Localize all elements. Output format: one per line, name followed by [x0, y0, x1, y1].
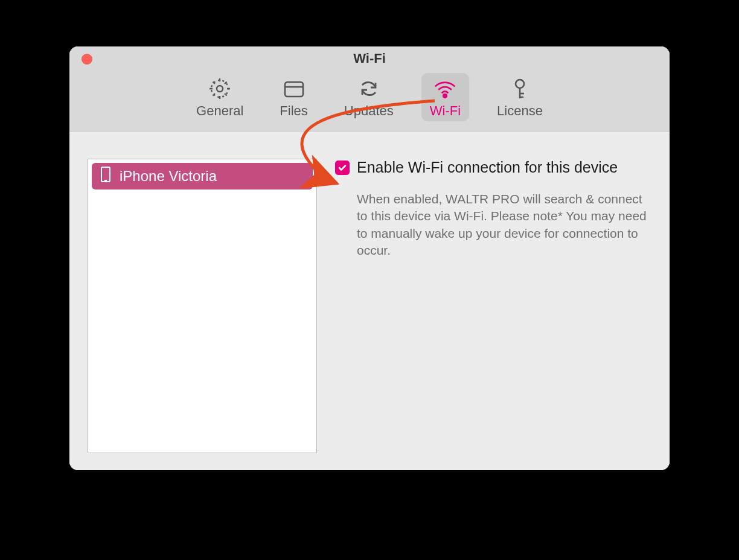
- key-icon: [508, 77, 532, 101]
- tab-label: Wi-Fi: [430, 103, 461, 119]
- window-controls: [82, 54, 92, 65]
- preferences-body: iPhone Victoria Enable Wi-Fi connection …: [69, 137, 670, 470]
- wifi-icon: [433, 77, 457, 101]
- checkmark-icon: [338, 163, 347, 173]
- device-list-item[interactable]: iPhone Victoria: [92, 163, 313, 189]
- tab-label: General: [196, 103, 243, 119]
- refresh-icon: [357, 77, 381, 101]
- enable-wifi-row: Enable Wi-Fi connection for this device: [335, 159, 651, 176]
- preferences-window: Wi-Fi General Files: [69, 46, 670, 470]
- close-window-button[interactable]: [82, 54, 92, 65]
- enable-wifi-label: Enable Wi-Fi connection for this device: [357, 159, 618, 176]
- svg-point-0: [217, 86, 223, 92]
- gear-icon: [208, 77, 232, 101]
- device-name: iPhone Victoria: [120, 168, 217, 185]
- tab-wifi[interactable]: Wi-Fi: [421, 73, 469, 121]
- svg-point-4: [516, 80, 524, 88]
- tab-label: Updates: [344, 103, 394, 119]
- device-list[interactable]: iPhone Victoria: [88, 159, 317, 453]
- tab-files[interactable]: Files: [271, 73, 316, 121]
- svg-point-3: [444, 94, 447, 97]
- tab-general[interactable]: General: [188, 73, 252, 121]
- tab-license[interactable]: License: [488, 73, 551, 121]
- tab-label: Files: [280, 103, 307, 119]
- preferences-toolbar: General Files Updates: [69, 71, 670, 132]
- folder-icon: [282, 77, 306, 101]
- wifi-settings-panel: Enable Wi-Fi connection for this device …: [335, 159, 651, 259]
- tab-updates[interactable]: Updates: [336, 73, 402, 121]
- window-title: Wi-Fi: [353, 51, 386, 66]
- enable-wifi-description: When enabled, WALTR PRO will search & co…: [357, 191, 651, 259]
- enable-wifi-checkbox[interactable]: [335, 161, 350, 175]
- tab-label: License: [497, 103, 543, 119]
- titlebar: Wi-Fi: [69, 46, 670, 71]
- svg-rect-8: [101, 167, 110, 182]
- svg-rect-1: [285, 82, 303, 97]
- phone-icon: [100, 166, 111, 186]
